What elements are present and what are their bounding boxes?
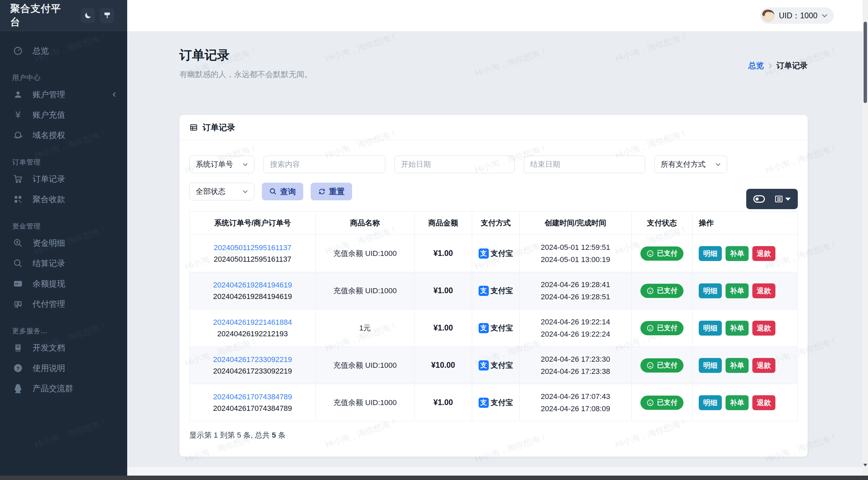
breadcrumb-root[interactable]: 总览 <box>748 60 764 71</box>
user-icon <box>12 90 24 99</box>
sidebar-item-balance-withdrawal[interactable]: 余额提现 <box>0 274 127 294</box>
payment-method-name: 支付宝 <box>491 398 513 408</box>
start-date-field-wrap <box>394 156 515 173</box>
status-badge: 已支付 <box>640 284 683 298</box>
detail-button[interactable]: 明细 <box>699 283 722 298</box>
status-label: 已支付 <box>657 249 677 258</box>
order-numbers-cell: 2024042617074384789 2024042617074384789 <box>190 384 316 421</box>
sidebar-item-payout-management[interactable]: 代付管理 <box>0 294 127 314</box>
actions-cell: 明细 补单 退款 <box>693 235 798 272</box>
sidebar-item-account-management[interactable]: 账户管理 <box>0 84 127 105</box>
merchant-order-no: 2024042619284194619 <box>213 291 292 302</box>
smiley-icon <box>647 250 654 257</box>
sidebar-item-label: 代付管理 <box>33 299 65 309</box>
product-cell: 充值余额 UID:1000 <box>316 384 414 421</box>
end-date-input[interactable] <box>530 160 639 169</box>
page-title: 订单记录 <box>179 47 312 64</box>
refund-button[interactable]: 退款 <box>752 246 775 261</box>
detail-button[interactable]: 明细 <box>699 395 722 410</box>
scrollbar-thumb[interactable] <box>864 22 867 103</box>
search-input[interactable] <box>270 160 379 169</box>
alipay-icon: 支 <box>479 360 489 371</box>
top-bar: UID：1000 <box>127 0 863 31</box>
table-row: 2024042619284194619 2024042619284194619 … <box>190 272 797 309</box>
sidebar-item-product-group[interactable]: 产品交流群 <box>0 378 127 399</box>
sidebar-item-user-guide[interactable]: ? 使用说明 <box>0 358 127 378</box>
status-cell: 已支付 <box>632 272 693 309</box>
order-type-value: 系统订单号 <box>196 159 233 169</box>
sidebar-item-settlement-records[interactable]: 结算记录 <box>0 253 127 274</box>
page-header: 订单记录 有幽默感的人，永远都不会默默无闻。 <box>179 47 312 80</box>
sys-order-link[interactable]: 2024042619221461884 <box>213 317 292 328</box>
money-transfer-icon <box>12 299 24 309</box>
penguin-icon <box>12 384 24 393</box>
moon-icon <box>84 12 92 20</box>
product-cell: 1元 <box>316 309 414 346</box>
user-menu[interactable]: UID：1000 <box>760 7 834 24</box>
horizontal-scrollbar[interactable] <box>0 476 868 480</box>
summary-total: 5 <box>272 431 276 439</box>
sidebar-item-aggregate-collection[interactable]: 聚合收款 <box>0 189 127 209</box>
toggle-columns-button[interactable] <box>753 195 765 203</box>
payment-method-cell: 支 支付宝 <box>472 309 520 346</box>
end-date-field-wrap <box>524 156 645 173</box>
table-view-button[interactable] <box>774 195 791 203</box>
sidebar-item-order-records[interactable]: 订单记录 <box>0 169 127 189</box>
completed-time: 2024-05-01 13:00:19 <box>541 254 610 266</box>
refund-button[interactable]: 退款 <box>752 321 775 336</box>
main-area: UID：1000 订单记录 有幽默感的人，永远都不会默默无闻。 总览 订单记录 … <box>127 0 863 480</box>
start-date-input[interactable] <box>401 160 508 169</box>
reissue-button[interactable]: 补单 <box>726 246 749 261</box>
table-icon <box>190 123 198 132</box>
search-icon <box>269 188 277 195</box>
sidebar-item-label: 产品交流群 <box>33 383 73 394</box>
vertical-scrollbar[interactable] <box>863 0 868 476</box>
order-numbers-cell: 2024042617233092219 2024042617233092219 <box>190 347 316 384</box>
page-subtitle: 有幽默感的人，永远都不会默默无闻。 <box>179 69 312 80</box>
reset-button[interactable]: 重置 <box>311 183 352 200</box>
reissue-button[interactable]: 补单 <box>726 358 749 373</box>
table-row: 2024042617074384789 2024042617074384789 … <box>190 384 797 421</box>
amount-cell: ¥1.00 <box>414 235 472 272</box>
sys-order-link[interactable]: 2024050112595161137 <box>214 242 291 254</box>
status-cell: 已支付 <box>632 309 693 346</box>
sidebar-section-user-center: 用户中心 <box>12 73 127 82</box>
detail-button[interactable]: 明细 <box>699 246 722 261</box>
sys-order-link[interactable]: 2024042617074384789 <box>213 391 292 403</box>
dark-mode-button[interactable] <box>81 8 95 23</box>
status-select[interactable]: 全部状态 <box>189 183 254 200</box>
scroll-down-arrow[interactable] <box>863 464 867 466</box>
created-time: 2024-04-26 19:28:41 <box>541 279 610 291</box>
refund-button[interactable]: 退款 <box>752 358 775 373</box>
query-button[interactable]: 查询 <box>262 183 303 200</box>
sidebar-item-account-recharge[interactable]: ¥ 账户充值 <box>0 105 127 125</box>
reissue-button[interactable]: 补单 <box>726 321 749 336</box>
detail-button[interactable]: 明细 <box>699 358 722 373</box>
status-badge: 已支付 <box>640 396 683 410</box>
reissue-button[interactable]: 补单 <box>726 283 749 298</box>
refund-button[interactable]: 退款 <box>752 395 775 410</box>
status-badge: 已支付 <box>640 358 683 373</box>
sidebar-item-fund-details[interactable]: 资金明细 <box>0 233 127 253</box>
sidebar-section-more-services: 更多服务... <box>12 326 127 336</box>
payment-method-name: 支付宝 <box>491 323 513 333</box>
theme-button[interactable] <box>100 8 114 23</box>
chevron-right-icon <box>768 62 772 69</box>
detail-button[interactable]: 明细 <box>699 321 722 336</box>
sidebar-item-domain-authorization[interactable]: 域名授权 <box>0 125 127 145</box>
table-row: 2024042617233092219 2024042617233092219 … <box>190 346 797 384</box>
refund-button[interactable]: 退款 <box>752 283 775 298</box>
product-cell: 充值余额 UID:1000 <box>316 347 414 384</box>
sidebar-item-overview[interactable]: 总览 <box>0 41 127 61</box>
payment-method-cell: 支 支付宝 <box>472 384 520 421</box>
order-type-select[interactable]: 系统订单号 <box>189 156 254 173</box>
sys-order-link[interactable]: 2024042617233092219 <box>213 354 292 365</box>
reissue-button[interactable]: 补单 <box>726 395 749 410</box>
amount-cell: ¥10.00 <box>414 347 472 384</box>
time-cell: 2024-04-26 17:07:43 2024-04-26 17:08:09 <box>520 384 632 421</box>
sys-order-link[interactable]: 2024042619284194619 <box>213 279 292 291</box>
sidebar-item-dev-docs[interactable]: 开发文档 <box>0 338 127 358</box>
payment-method-select[interactable]: 所有支付方式 <box>654 156 727 173</box>
status-badge: 已支付 <box>640 321 683 335</box>
col-header: 商品金额 <box>414 212 472 235</box>
